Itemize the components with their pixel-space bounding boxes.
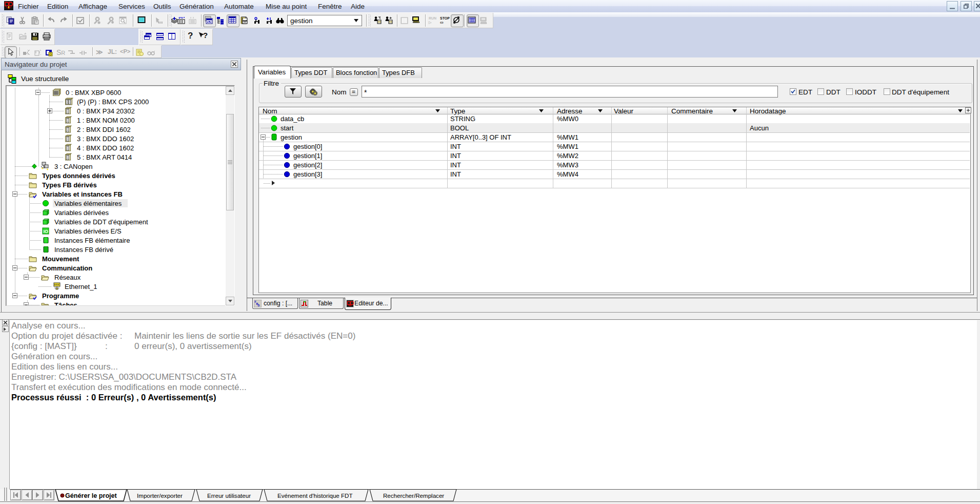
svg-text:O: O — [49, 53, 52, 56]
svg-text:D: D — [258, 304, 260, 307]
svg-text:IO: IO — [43, 229, 48, 234]
